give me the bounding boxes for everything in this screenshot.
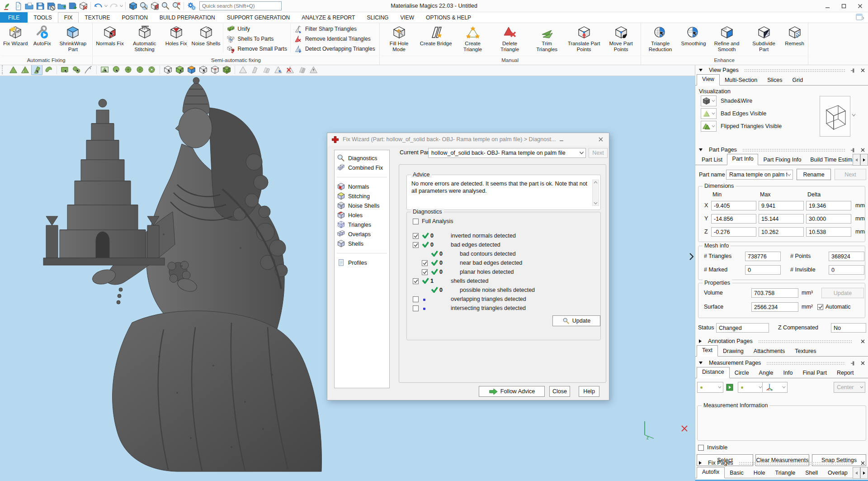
automatic-checkbox[interactable] — [817, 304, 823, 310]
wizard-page-shells[interactable]: Shells — [335, 239, 389, 248]
app-logo-icon[interactable] — [2, 1, 13, 11]
pin-icon[interactable] — [850, 361, 855, 366]
ribbon-unify[interactable]: Unify — [226, 25, 287, 33]
diagnostic-checkbox[interactable] — [413, 242, 419, 248]
close-section-icon[interactable] — [861, 68, 865, 72]
view-part-icon[interactable] — [149, 1, 160, 11]
flipped-tri-combo[interactable] — [701, 121, 717, 132]
section-drag-area[interactable] — [766, 362, 845, 365]
preview-caret-icon[interactable] — [852, 114, 856, 117]
close-section-icon[interactable] — [861, 461, 865, 465]
diagnostic-checkbox[interactable] — [413, 305, 419, 311]
mark-circles-icon[interactable] — [71, 65, 82, 75]
toolbar-drag-handle[interactable] — [2, 65, 5, 74]
part-next-button[interactable]: Next — [835, 169, 866, 180]
fix-tab-autofix[interactable]: Autofix — [697, 467, 725, 478]
measurement-tab-circle[interactable]: Circle — [730, 368, 754, 378]
pin-icon[interactable] — [850, 68, 855, 73]
close-button-icon[interactable] — [852, 0, 868, 12]
menu-tab-file[interactable]: FILE — [0, 12, 28, 23]
invisible-value[interactable]: 0 — [829, 265, 864, 275]
z-max-value[interactable]: 10.262 — [759, 227, 804, 237]
wizard-page-stitching[interactable]: Stitching — [335, 191, 389, 201]
view-tab-grid[interactable]: Grid — [787, 76, 808, 85]
y-delta-value[interactable]: 30.000 — [806, 214, 851, 224]
annotation-tab-textures[interactable]: Textures — [790, 347, 821, 356]
ribbon-triangle-reduction[interactable]: Triangle Reduction — [642, 24, 679, 54]
menu-tab-view[interactable]: VIEW — [394, 12, 420, 23]
measurement-tab-angle[interactable]: Angle — [754, 368, 778, 378]
redo-caret-icon[interactable] — [119, 1, 123, 11]
view-orientation-preview[interactable] — [820, 96, 850, 137]
fix-tab-hole[interactable]: Hole — [749, 468, 770, 478]
collapse-arrow-icon[interactable] — [698, 68, 703, 72]
import-part-icon[interactable] — [56, 1, 67, 11]
diagnostic-checkbox[interactable] — [413, 233, 419, 239]
ribbon-remove-small-parts[interactable]: Remove Small Parts — [226, 45, 287, 53]
undo-caret-icon[interactable] — [104, 1, 108, 11]
advice-scrollbar[interactable] — [592, 180, 599, 206]
ribbon-noise-shells[interactable]: Noise Shells — [189, 24, 223, 54]
x-min-value[interactable]: -9.405 — [711, 201, 756, 210]
ribbon-holes-fix[interactable]: Holes Fix — [163, 24, 189, 54]
diagnostic-checkbox[interactable] — [413, 278, 419, 284]
quick-search-input[interactable] — [199, 1, 282, 10]
mark-brush-icon[interactable] — [83, 65, 94, 75]
menu-tab-build-preparation[interactable]: BUILD PREPARATION — [154, 12, 221, 23]
wizard-page-normals[interactable]: Normals — [335, 182, 389, 191]
pin-icon[interactable] — [850, 148, 855, 152]
view-tab-view[interactable]: View — [697, 74, 720, 86]
tabs-scroll-left-icon[interactable] — [853, 467, 860, 479]
close-section-icon[interactable] — [861, 339, 865, 343]
ribbon-automatic-stitching[interactable]: Automatic Stitching — [126, 24, 163, 54]
center-mode-combo[interactable]: Center — [834, 382, 865, 393]
measurement-tab-final-part[interactable]: Final Part — [797, 368, 832, 378]
part-tab-part-info[interactable]: Part Info — [727, 154, 759, 165]
dialog-close-button[interactable]: Close — [549, 386, 570, 397]
ribbon-smoothing[interactable]: Smoothing — [679, 24, 708, 54]
measurement-tab-distance[interactable]: Distance — [697, 367, 730, 378]
dialog-next-button[interactable]: Next — [589, 148, 608, 158]
fix-tab-shell[interactable]: Shell — [800, 468, 823, 478]
ribbon-fill-hole-mode[interactable]: Fill Hole Mode — [381, 24, 418, 54]
tabs-scroll-right-icon[interactable] — [860, 154, 868, 166]
dialog-close-icon[interactable] — [595, 135, 607, 144]
close-section-icon[interactable] — [861, 148, 865, 152]
save-file-icon[interactable] — [34, 1, 45, 11]
remove-part-icon[interactable] — [78, 1, 89, 11]
menu-tab-analyze-report[interactable]: ANALYZE & REPORT — [296, 12, 361, 23]
rename-button[interactable]: Rename — [797, 169, 831, 180]
points-value[interactable]: 368924 — [829, 252, 864, 261]
menu-tab-fix[interactable]: FIX — [58, 12, 79, 23]
mark-triangle-icon[interactable] — [8, 65, 19, 75]
surface-value[interactable]: 2566.234 — [751, 302, 798, 312]
measurement-tab-report[interactable]: Report — [832, 368, 859, 378]
y-max-value[interactable]: 15.144 — [759, 214, 804, 224]
wizard-page-holes[interactable]: Holes — [335, 210, 389, 220]
menu-tab-texture[interactable]: TEXTURE — [79, 12, 116, 23]
fix-tab-triangle[interactable]: Triangle — [770, 468, 801, 478]
z-delta-value[interactable]: 10.538 — [806, 227, 851, 237]
mark-surface-icon[interactable] — [43, 65, 54, 75]
invert-marked-icon[interactable] — [296, 65, 307, 75]
y-min-value[interactable]: -14.856 — [711, 214, 756, 224]
menu-tab-tools[interactable]: TOOLS — [28, 12, 57, 23]
ribbon-remove-identical-triangles[interactable]: Remove Identical Triangles — [294, 35, 375, 43]
fix-tab-basic[interactable]: Basic — [725, 468, 749, 478]
coordinate-mode-combo[interactable]: XYZ — [762, 382, 788, 393]
bad-edges-combo[interactable] — [701, 108, 717, 119]
mark-cube-orange-icon[interactable] — [186, 65, 197, 75]
panel-collapse-handle-icon[interactable] — [689, 252, 694, 261]
zoom-reset-icon[interactable] — [171, 1, 182, 11]
dialog-minimize-icon[interactable] — [556, 135, 567, 144]
delete-marked-icon[interactable] — [284, 65, 296, 75]
part-name-combo[interactable]: Rama temple on palm fi — [726, 170, 793, 180]
mark-cube-pin-icon[interactable] — [209, 65, 221, 75]
redo-icon[interactable] — [108, 1, 119, 11]
wizard-page-diagnostics[interactable]: Diagnostics — [335, 153, 389, 163]
mark-triangle-window-icon[interactable] — [19, 65, 31, 75]
volume-value[interactable]: 703.758 — [751, 288, 798, 298]
mark-triangle-cursor-icon[interactable] — [273, 65, 284, 75]
ribbon-subdivide-part[interactable]: Subdivide Part — [745, 24, 783, 54]
undo-icon[interactable] — [93, 1, 104, 11]
